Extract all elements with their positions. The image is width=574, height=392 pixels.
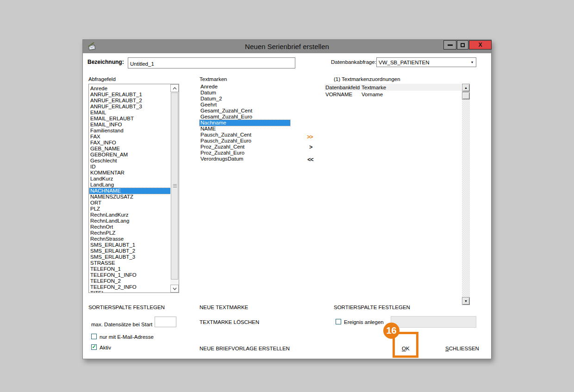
- minimize-icon: [448, 44, 453, 46]
- list-item[interactable]: NAMENSZUSATZ: [89, 194, 170, 200]
- list-item[interactable]: TELEFON_2_INFO: [89, 284, 170, 290]
- annotation-step-badge: 16: [383, 323, 399, 339]
- schliessen-button[interactable]: SCHLIESSEN: [445, 346, 479, 351]
- list-item[interactable]: RechnLandLang: [89, 218, 170, 224]
- column-header-datenbankfeld: Datenbankfeld: [324, 85, 362, 90]
- scroll-up-button[interactable]: ▲: [462, 84, 470, 92]
- bezeichnung-input[interactable]: [128, 57, 295, 68]
- sortierspalte-festlegen-left-button[interactable]: SORTIERSPALTE FESTLEGEN: [88, 305, 165, 310]
- list-item[interactable]: LandKurz: [89, 176, 170, 182]
- list-item[interactable]: Pausch_Zuzahl_Euro: [200, 138, 290, 144]
- list-item[interactable]: Geehrt: [200, 102, 290, 108]
- list-item[interactable]: EMAIL: [89, 110, 170, 116]
- list-item[interactable]: KOMMENTAR: [89, 170, 170, 176]
- column-header-textmarke: Textmarke: [362, 85, 386, 90]
- datenbankabfrage-value: VW_SB_PATIENTEN: [377, 60, 468, 65]
- nur-mit-email-checkbox[interactable]: [91, 334, 97, 339]
- list-item[interactable]: Datum: [200, 90, 290, 96]
- list-item[interactable]: TELEFON_2: [89, 278, 170, 284]
- sortierspalte-festlegen-right-button[interactable]: SORTIERSPALTE FESTLEGEN: [334, 305, 410, 310]
- list-item[interactable]: PLZ: [89, 206, 170, 212]
- close-button[interactable]: X: [469, 40, 492, 50]
- minimize-button[interactable]: [443, 40, 456, 50]
- abfragefeld-label: Abfragefeld: [88, 76, 116, 82]
- scroll-down-button[interactable]: ▼: [462, 297, 470, 305]
- window-title: Neuen Serienbrief erstellen: [83, 40, 491, 53]
- table-cell: Vorname: [362, 92, 383, 97]
- list-item[interactable]: LandLang: [89, 182, 170, 188]
- scrollbar-thumb[interactable]: [171, 93, 178, 280]
- ereignis-input[interactable]: [391, 316, 476, 328]
- chevron-up-icon: [173, 87, 177, 90]
- titlebar: Neuen Serienbrief erstellen X: [83, 40, 491, 53]
- abfragefeld-list: AnredeANRUF_ERLAUBT_1ANRUF_ERLAUBT_2ANRU…: [89, 86, 170, 293]
- list-item[interactable]: TITEL: [89, 290, 170, 293]
- aktiv-label: Aktiv: [100, 345, 111, 350]
- list-item[interactable]: EMAIL_INFO: [89, 122, 170, 128]
- chevron-down-icon: ▼: [468, 61, 476, 64]
- add-all-button[interactable]: >>: [307, 134, 313, 140]
- list-item[interactable]: Anrede: [89, 86, 170, 92]
- list-item[interactable]: RechnLandKurz: [89, 212, 170, 218]
- list-item[interactable]: Familienstand: [89, 128, 170, 134]
- list-item[interactable]: Nachname: [200, 120, 290, 126]
- list-item[interactable]: SMS_ERLAUBT_2: [89, 248, 170, 254]
- list-item[interactable]: Geschlecht: [89, 158, 170, 164]
- list-item[interactable]: TELEFON_1: [89, 266, 170, 272]
- list-item[interactable]: ORT: [89, 200, 170, 206]
- table-row[interactable]: VORNAMEVorname: [324, 91, 461, 98]
- list-item[interactable]: EMAIL_ERLAUBT: [89, 116, 170, 122]
- list-item[interactable]: ANRUF_ERLAUBT_3: [89, 104, 170, 110]
- list-item[interactable]: RechnOrt: [89, 224, 170, 230]
- aktiv-checkbox[interactable]: [91, 344, 97, 350]
- remove-all-button[interactable]: <<: [307, 156, 313, 163]
- list-item[interactable]: ID: [89, 164, 170, 170]
- list-item[interactable]: RechnPLZ: [89, 230, 170, 236]
- table-body: VORNAMEVorname: [324, 91, 461, 98]
- close-icon: X: [478, 42, 482, 48]
- list-item[interactable]: GEB_NAME: [89, 146, 170, 152]
- list-item[interactable]: NAME: [200, 126, 290, 132]
- list-item[interactable]: Pausch_Zuzahl_Cent: [200, 132, 290, 138]
- datenbankabfrage-label: Datenbankabfrage:: [331, 59, 376, 65]
- datenbankabfrage-select[interactable]: VW_SB_PATIENTEN ▼: [376, 57, 476, 67]
- list-item[interactable]: GEBOREN_AM: [89, 152, 170, 158]
- neue-textmarke-button[interactable]: NEUE TEXTMARKE: [200, 305, 248, 310]
- list-item[interactable]: STRASSE: [89, 260, 170, 266]
- list-item[interactable]: NACHNAME: [89, 188, 170, 194]
- max-datensaetze-input[interactable]: [155, 317, 176, 327]
- list-item[interactable]: Proz_Zuzahl_Cent: [200, 144, 290, 150]
- zuordnungen-scrollbar: ▲ ▼: [462, 84, 470, 305]
- list-item[interactable]: TELEFON_1_INFO: [89, 272, 170, 278]
- list-item[interactable]: ANRUF_ERLAUBT_1: [89, 92, 170, 98]
- list-item[interactable]: Proz_Zuzahl_Euro: [200, 150, 290, 156]
- list-item[interactable]: SMS_ERLAUBT_3: [89, 254, 170, 260]
- table-header: Datenbankfeld Textmarke: [324, 84, 461, 91]
- list-item[interactable]: ANRUF_ERLAUBT_2: [89, 98, 170, 104]
- triangle-down-icon: ▼: [464, 299, 468, 303]
- scrollbar-grip-icon: [173, 184, 177, 188]
- abfragefeld-listbox: AnredeANRUF_ERLAUBT_1ANRUF_ERLAUBT_2ANRU…: [88, 84, 179, 293]
- list-item[interactable]: FAX: [89, 134, 170, 140]
- scrollbar-thumb[interactable]: [462, 92, 470, 100]
- list-item[interactable]: VerordnugsDatum: [200, 156, 290, 162]
- neue-briefvorlage-button[interactable]: NEUE BRIEFVORLAGE ERSTELLEN: [200, 346, 290, 351]
- textmarken-label: Textmarken: [200, 76, 227, 82]
- ereignis-anlegen-checkbox[interactable]: [336, 319, 341, 324]
- list-item[interactable]: SMS_ERLAUBT_1: [89, 242, 170, 248]
- chevron-down-icon: [173, 287, 177, 290]
- list-item[interactable]: FAX_INFO: [89, 140, 170, 146]
- textmarken-list: AnredeDatumDatum_2GeehrtGesamt_Zuzahl_Ce…: [200, 84, 290, 162]
- list-item[interactable]: Anrede: [200, 84, 290, 90]
- list-item[interactable]: RechnStrasse: [89, 236, 170, 242]
- textmarke-loeschen-button[interactable]: TEXTMARKE LÖSCHEN: [200, 319, 259, 325]
- add-one-button[interactable]: >: [309, 144, 312, 150]
- list-item[interactable]: Gesamt_Zuzahl_Cent: [200, 108, 290, 114]
- zuordnungen-label: (1) Textmarkenzuordnungen: [334, 76, 400, 82]
- maximize-button[interactable]: [457, 40, 468, 50]
- scroll-up-button[interactable]: [170, 84, 179, 92]
- max-datensaetze-label: max. Datensätze bei Start: [91, 322, 152, 327]
- list-item[interactable]: Datum_2: [200, 96, 290, 102]
- list-item[interactable]: Gesamt_Zuzahl_Euro: [200, 114, 290, 120]
- scroll-down-button[interactable]: [170, 285, 179, 292]
